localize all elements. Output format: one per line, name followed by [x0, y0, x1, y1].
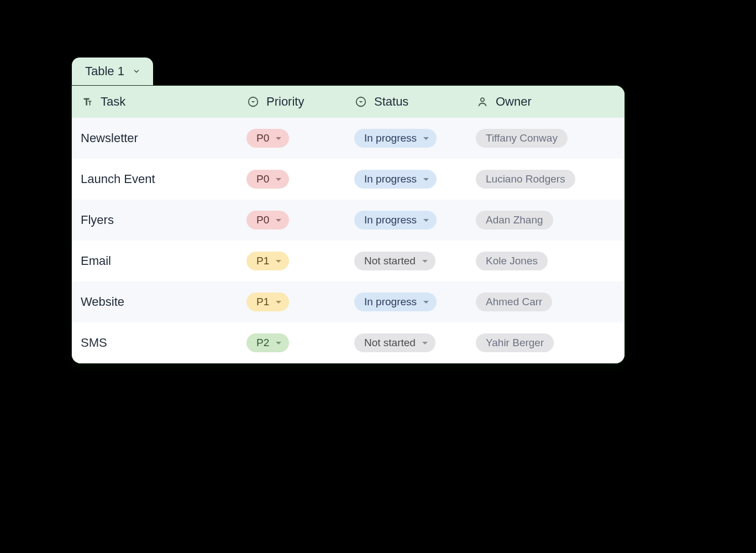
cell-task[interactable]: Website: [72, 293, 238, 311]
table-tab[interactable]: Table 1: [72, 58, 153, 85]
priority-pill[interactable]: P2: [246, 333, 289, 352]
status-label: In progress: [364, 214, 417, 226]
chevron-down-icon: [132, 67, 141, 76]
cell-owner: Luciano Rodgers: [467, 168, 613, 191]
status-pill[interactable]: In progress: [354, 293, 437, 311]
caret-down-icon: [423, 301, 429, 304]
priority-pill[interactable]: P1: [246, 252, 289, 270]
task-text: Flyers: [81, 213, 114, 227]
table-tab-label: Table 1: [85, 64, 124, 79]
cell-task[interactable]: Launch Event: [72, 170, 238, 189]
table-row: NewsletterP0In progressTiffany Conway: [72, 118, 624, 159]
status-label: Not started: [364, 255, 416, 267]
column-label: Priority: [266, 95, 304, 109]
cell-task[interactable]: Email: [72, 252, 238, 270]
owner-label: Luciano Rodgers: [486, 173, 565, 185]
table-header-row: Task Priority Status Owner: [72, 86, 624, 118]
column-header-task[interactable]: Task: [72, 92, 238, 111]
owner-pill[interactable]: Luciano Rodgers: [476, 170, 575, 189]
cell-priority: P2: [238, 331, 345, 354]
caret-down-icon: [423, 219, 429, 222]
cell-status: In progress: [345, 290, 467, 314]
caret-down-icon: [423, 137, 429, 140]
caret-down-icon: [276, 219, 281, 222]
dropdown-circle-icon: [246, 95, 260, 108]
table-row: WebsiteP1In progressAhmed Carr: [72, 281, 624, 322]
owner-pill[interactable]: Adan Zhang: [476, 211, 553, 229]
priority-label: P0: [256, 214, 269, 226]
column-label: Owner: [496, 95, 532, 109]
caret-down-icon: [423, 178, 429, 181]
cell-owner: Kole Jones: [467, 249, 613, 273]
cell-status: Not started: [345, 249, 467, 273]
priority-label: P0: [256, 132, 269, 144]
column-label: Task: [101, 95, 125, 109]
owner-pill[interactable]: Kole Jones: [476, 252, 548, 270]
status-label: In progress: [364, 132, 417, 144]
status-pill[interactable]: In progress: [354, 129, 437, 148]
caret-down-icon: [276, 301, 281, 304]
caret-down-icon: [276, 137, 281, 140]
cell-status: Not started: [345, 331, 467, 354]
priority-label: P1: [256, 296, 269, 308]
caret-down-icon: [422, 342, 428, 345]
cell-priority: P0: [238, 168, 345, 191]
owner-pill[interactable]: Yahir Berger: [476, 333, 554, 352]
caret-down-icon: [276, 260, 281, 263]
priority-pill[interactable]: P0: [246, 129, 289, 148]
status-label: In progress: [364, 296, 417, 308]
cell-task[interactable]: Newsletter: [72, 129, 238, 148]
owner-label: Kole Jones: [486, 255, 538, 267]
caret-down-icon: [276, 178, 281, 181]
svg-point-2: [481, 98, 484, 101]
status-pill[interactable]: In progress: [354, 170, 437, 189]
table-row: EmailP1Not startedKole Jones: [72, 241, 624, 281]
table-body: NewsletterP0In progressTiffany ConwayLau…: [72, 118, 624, 363]
status-pill[interactable]: In progress: [354, 211, 437, 229]
owner-label: Tiffany Conway: [486, 132, 558, 144]
priority-label: P2: [256, 337, 269, 349]
cell-status: In progress: [345, 168, 467, 191]
cell-task[interactable]: SMS: [72, 333, 238, 352]
cell-owner: Yahir Berger: [467, 331, 613, 354]
cell-owner: Adan Zhang: [467, 208, 613, 232]
cell-task[interactable]: Flyers: [72, 211, 238, 229]
table-row: SMSP2Not startedYahir Berger: [72, 322, 624, 363]
task-text: Email: [81, 254, 111, 268]
person-icon: [476, 95, 489, 108]
text-type-icon: [81, 95, 94, 108]
owner-pill[interactable]: Tiffany Conway: [476, 129, 568, 148]
table-row: FlyersP0In progressAdan Zhang: [72, 200, 624, 241]
cell-priority: P0: [238, 127, 345, 150]
owner-label: Adan Zhang: [486, 214, 543, 226]
task-text: Launch Event: [81, 172, 155, 186]
cell-priority: P0: [238, 208, 345, 232]
column-header-priority[interactable]: Priority: [238, 92, 345, 111]
status-label: Not started: [364, 337, 416, 349]
priority-pill[interactable]: P0: [246, 170, 289, 189]
column-label: Status: [374, 95, 408, 109]
task-text: Newsletter: [81, 131, 138, 145]
cell-owner: Ahmed Carr: [467, 290, 613, 314]
status-pill[interactable]: Not started: [354, 333, 435, 352]
cell-owner: Tiffany Conway: [467, 127, 613, 150]
task-text: SMS: [81, 336, 107, 350]
priority-label: P0: [256, 173, 269, 185]
status-pill[interactable]: Not started: [354, 252, 435, 270]
cell-priority: P1: [238, 290, 345, 314]
column-header-owner[interactable]: Owner: [467, 92, 613, 111]
status-label: In progress: [364, 173, 417, 185]
task-text: Website: [81, 295, 124, 309]
priority-pill[interactable]: P0: [246, 211, 289, 229]
column-header-status[interactable]: Status: [345, 92, 467, 111]
table-widget: Table 1 Task Priority Status: [72, 86, 624, 363]
caret-down-icon: [422, 260, 428, 263]
priority-label: P1: [256, 255, 269, 267]
owner-label: Yahir Berger: [486, 337, 544, 349]
cell-status: In progress: [345, 127, 467, 150]
cell-status: In progress: [345, 208, 467, 232]
owner-pill[interactable]: Ahmed Carr: [476, 293, 552, 311]
table-row: Launch EventP0In progressLuciano Rodgers: [72, 159, 624, 200]
priority-pill[interactable]: P1: [246, 293, 289, 311]
owner-label: Ahmed Carr: [486, 296, 542, 308]
